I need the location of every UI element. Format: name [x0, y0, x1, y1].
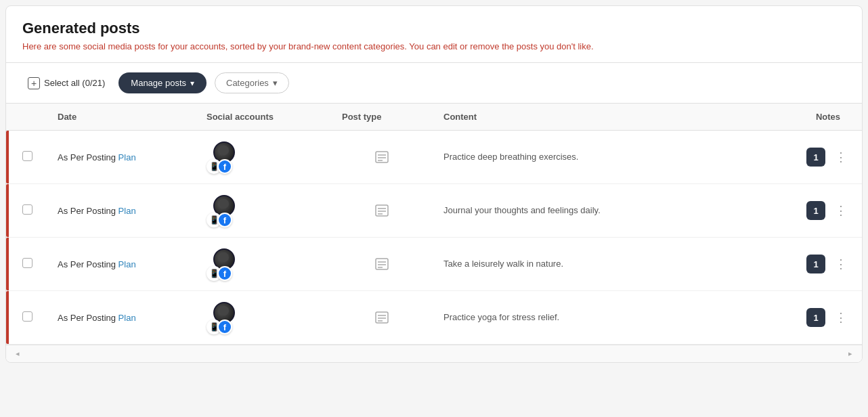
toolbar: + Select all (0/21) Manage posts ▾ Categ…	[6, 63, 862, 104]
more-options-button-3[interactable]: ⋮	[832, 309, 850, 326]
row-content-3: Practice yoga for stress relief.	[433, 291, 794, 345]
scroll-right-icon[interactable]: ▸	[844, 348, 856, 359]
page-title: Generated posts	[22, 20, 846, 37]
row-content-1: Journal your thoughts and feelings daily…	[433, 184, 794, 238]
row-checkbox-cell-0	[6, 131, 47, 184]
post-type-icon-3	[342, 310, 422, 325]
more-options-button-1[interactable]: ⋮	[832, 202, 850, 219]
notes-cell-1: 1 ⋮	[805, 201, 851, 220]
row-accent-0	[6, 131, 9, 183]
table-row: As Per Posting Plan 📱 f	[6, 184, 862, 238]
col-header-content: Content	[433, 104, 794, 131]
row-social-1: 📱 f	[196, 184, 331, 238]
row-checkbox-cell-3	[6, 291, 47, 345]
row-accent-2	[6, 238, 9, 290]
avatar-stack-2: 📱 f	[207, 247, 247, 281]
select-all-label: Select all (0/21)	[44, 78, 105, 88]
col-header-posttype: Post type	[331, 104, 433, 131]
row-posttype-3	[331, 291, 433, 345]
row-social-0: 📱 f	[196, 131, 331, 184]
page-header: Generated posts Here are some social med…	[6, 6, 862, 63]
more-options-button-2[interactable]: ⋮	[832, 255, 850, 273]
row-checkbox-cell-2	[6, 238, 47, 291]
row-checkbox-cell-1	[6, 184, 47, 238]
avatar-stack-1: 📱 f	[207, 194, 247, 227]
row-date-3: As Per Posting Plan	[47, 291, 196, 345]
row-notes-2: 1 ⋮	[794, 238, 862, 291]
row-posttype-1	[331, 184, 433, 238]
post-type-icon-0	[342, 150, 422, 164]
notes-cell-0: 1 ⋮	[805, 148, 851, 167]
scrollbar-hint: ◂ ▸	[6, 345, 862, 362]
row-checkbox-3[interactable]	[22, 311, 32, 322]
row-date-1: As Per Posting Plan	[47, 184, 196, 238]
select-all-icon: +	[28, 77, 40, 89]
col-header-date: Date	[47, 104, 196, 131]
table-container: Date Social accounts Post type Content N…	[6, 104, 862, 345]
notes-cell-2: 1 ⋮	[805, 255, 851, 273]
row-accent-3	[6, 291, 9, 344]
notes-badge-1: 1	[806, 201, 825, 220]
plan-link-2[interactable]: Plan	[118, 259, 136, 269]
plan-link-1[interactable]: Plan	[118, 206, 136, 216]
page-container: Generated posts Here are some social med…	[5, 5, 863, 363]
categories-chevron-icon: ▾	[273, 78, 278, 88]
row-notes-3: 1 ⋮	[794, 291, 862, 345]
plan-link-0[interactable]: Plan	[118, 152, 136, 162]
row-notes-1: 1 ⋮	[794, 184, 862, 238]
row-content-2: Take a leisurely walk in nature.	[433, 238, 794, 291]
content-text-2: Take a leisurely walk in nature.	[443, 259, 563, 269]
notes-badge-2: 1	[806, 255, 825, 273]
table-row: As Per Posting Plan 📱 f	[6, 238, 862, 291]
content-text-3: Practice yoga for stress relief.	[443, 312, 559, 322]
row-social-3: 📱 f	[196, 291, 331, 345]
plan-link-3[interactable]: Plan	[118, 313, 136, 323]
posts-table: Date Social accounts Post type Content N…	[6, 104, 862, 345]
row-date-2: As Per Posting Plan	[47, 238, 196, 291]
row-notes-0: 1 ⋮	[794, 131, 862, 184]
page-subtitle: Here are some social media posts for you…	[22, 41, 846, 51]
row-checkbox-0[interactable]	[22, 151, 32, 161]
more-options-button-0[interactable]: ⋮	[832, 148, 850, 166]
categories-label: Categories	[226, 78, 269, 88]
post-type-icon-1	[342, 203, 422, 218]
avatar-facebook-icon-0: f	[217, 159, 232, 174]
notes-badge-3: 1	[806, 308, 825, 327]
row-checkbox-1[interactable]	[22, 204, 32, 215]
col-header-social: Social accounts	[196, 104, 331, 131]
avatar-facebook-icon-2: f	[217, 266, 232, 281]
row-date-0: As Per Posting Plan	[47, 131, 196, 184]
scroll-left-icon[interactable]: ◂	[12, 348, 24, 359]
table-row: As Per Posting Plan 📱 f	[6, 291, 862, 345]
avatar-facebook-icon-3: f	[217, 320, 232, 334]
row-posttype-2	[331, 238, 433, 291]
avatar-stack-0: 📱 f	[207, 140, 247, 174]
row-posttype-0	[331, 131, 433, 184]
row-social-2: 📱 f	[196, 238, 331, 291]
avatar-facebook-icon-1: f	[217, 213, 232, 227]
col-header-notes: Notes	[794, 104, 862, 131]
select-all-button[interactable]: + Select all (0/21)	[22, 74, 110, 92]
content-text-1: Journal your thoughts and feelings daily…	[443, 205, 601, 215]
content-text-0: Practice deep breathing exercises.	[443, 152, 578, 162]
notes-badge-0: 1	[806, 148, 825, 167]
avatar-stack-3: 📱 f	[207, 301, 247, 334]
table-row: As Per Posting Plan 📱 f	[6, 131, 862, 184]
categories-button[interactable]: Categories ▾	[215, 72, 289, 93]
post-type-icon-2	[342, 257, 422, 271]
manage-posts-button[interactable]: Manage posts ▾	[118, 72, 207, 93]
col-header-checkbox	[6, 104, 47, 131]
row-content-0: Practice deep breathing exercises.	[433, 131, 794, 184]
chevron-down-icon: ▾	[190, 79, 194, 88]
row-checkbox-2[interactable]	[22, 258, 32, 268]
notes-cell-3: 1 ⋮	[805, 308, 851, 327]
manage-posts-label: Manage posts	[131, 78, 186, 88]
row-accent-1	[6, 184, 9, 237]
